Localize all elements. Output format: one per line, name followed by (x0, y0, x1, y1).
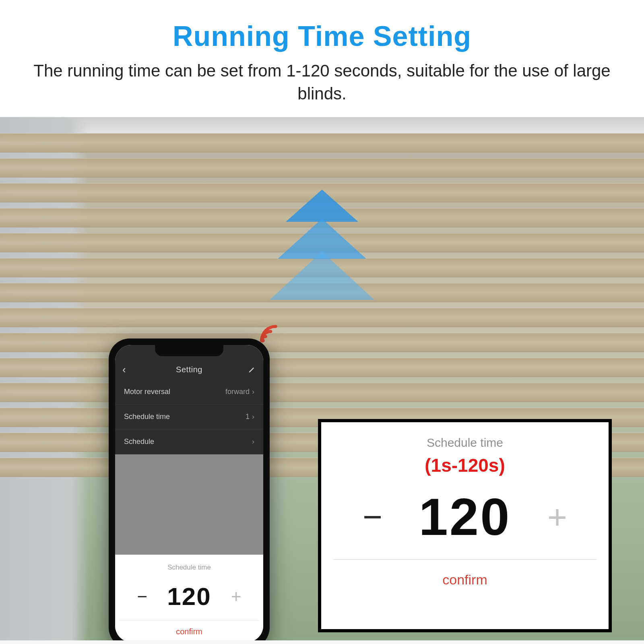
row-motor-reversal[interactable]: Motor reversal forward › (115, 380, 263, 405)
row-value: 1 (246, 413, 250, 421)
svg-marker-2 (270, 252, 374, 300)
confirm-button[interactable]: confirm (119, 627, 259, 636)
sheet-title: Schedule time (119, 564, 259, 572)
divider (333, 559, 597, 560)
page-title: Running Time Setting (32, 20, 612, 52)
back-icon[interactable]: ‹ (122, 363, 126, 376)
time-stepper: − 120 + (119, 582, 259, 611)
settings-title: Setting (176, 365, 202, 374)
row-label: Motor reversal (124, 388, 170, 396)
confirm-button[interactable]: confirm (333, 572, 597, 588)
popup-range-label: (1s-120s) (333, 454, 597, 476)
settings-screen: ‹ Setting Motor reversal forward › Sched… (115, 345, 263, 454)
schedule-time-sheet: Schedule time − 120 + confirm (115, 555, 263, 640)
increment-button[interactable]: + (543, 500, 571, 534)
chevron-right-icon: › (252, 413, 254, 421)
schedule-time-popup: Schedule time (1s-120s) − 120 + confirm (318, 419, 612, 632)
svg-marker-0 (286, 190, 358, 222)
scene-photo: ‹ Setting Motor reversal forward › Sched… (0, 117, 644, 640)
popup-title: Schedule time (333, 436, 597, 450)
decrement-button[interactable]: − (134, 586, 150, 607)
phone-notch (155, 345, 223, 356)
decrement-button[interactable]: − (359, 500, 387, 534)
popup-stepper: − 120 + (333, 487, 597, 547)
settings-title-bar: ‹ Setting (115, 359, 263, 380)
row-label: Schedule (124, 438, 154, 446)
time-value: 120 (167, 582, 211, 611)
row-value: forward (225, 388, 250, 396)
dim-overlay (115, 454, 263, 555)
marketing-header: Running Time Setting The running time ca… (0, 0, 644, 117)
row-label: Schedule time (124, 413, 170, 421)
popup-value: 120 (419, 487, 511, 547)
svg-point-3 (261, 339, 265, 343)
chevron-right-icon: › (252, 438, 254, 446)
edit-icon[interactable] (248, 365, 256, 374)
phone-mockup: ‹ Setting Motor reversal forward › Sched… (109, 339, 270, 640)
chevron-right-icon: › (252, 388, 254, 396)
divider (119, 620, 259, 621)
row-schedule-time[interactable]: Schedule time 1 › (115, 405, 263, 429)
raise-arrows-icon (262, 190, 382, 312)
row-schedule[interactable]: Schedule › (115, 429, 263, 454)
increment-button[interactable]: + (228, 586, 244, 607)
page-subtitle: The running time can be set from 1-120 s… (32, 60, 612, 105)
